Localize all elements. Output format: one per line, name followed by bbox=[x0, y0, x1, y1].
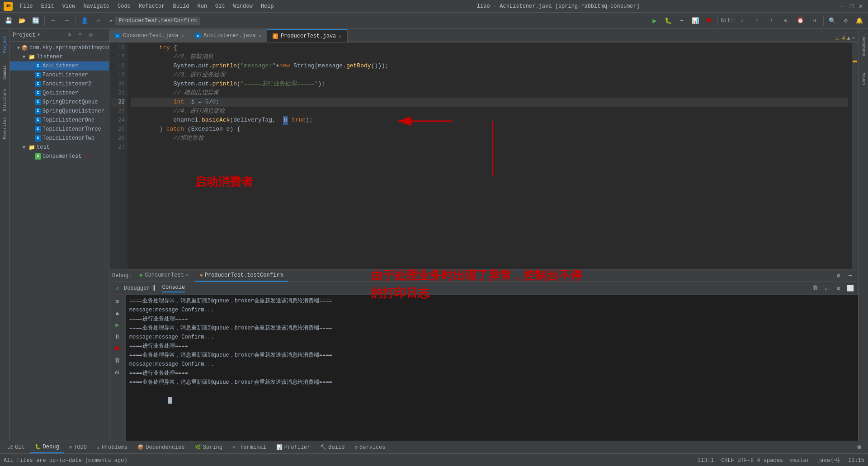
bottom-tab-terminal[interactable]: >_ Terminal bbox=[228, 442, 271, 453]
sidebar-stop-button[interactable]: ⏹ bbox=[113, 344, 123, 353]
tree-item-fanoutlistener[interactable]: C FanoutListener bbox=[10, 71, 109, 80]
bottom-tab-problems[interactable]: ⚠ Problems bbox=[92, 442, 132, 453]
tab-producertest-close[interactable]: ✕ bbox=[339, 33, 342, 39]
notifications-button[interactable]: 🔔 bbox=[854, 15, 865, 27]
expand-all-icon[interactable]: ⬢ bbox=[857, 444, 862, 450]
debugger-tab[interactable]: Debugger bbox=[124, 285, 150, 292]
tab-acklistener[interactable]: C AckListener.java ✕ bbox=[190, 29, 267, 42]
more-options-button[interactable]: ⋯ bbox=[852, 35, 855, 42]
project-dropdown-arrow[interactable]: ▼ bbox=[37, 33, 40, 38]
tab-consumertest[interactable]: C ConsumerTest.java ✕ bbox=[109, 29, 190, 42]
debug-rerun-button[interactable]: ↺ bbox=[112, 283, 122, 293]
tree-item-package[interactable]: ▼ 📦 com.sky.springrabbitmqconsumer bbox=[10, 43, 109, 52]
sidebar-scroll-up[interactable]: ▲ bbox=[113, 308, 123, 318]
panel-locate-button[interactable]: ⊕ bbox=[65, 31, 74, 40]
right-tab-database[interactable]: Database bbox=[859, 31, 868, 62]
tree-item-consumertest[interactable]: C ConsumerTest ← bbox=[10, 152, 109, 161]
git-refresh[interactable]: ↺ bbox=[809, 15, 821, 27]
menu-edit[interactable]: Edit bbox=[38, 2, 58, 10]
debug-wrap-button[interactable]: ↵ bbox=[822, 283, 832, 293]
bottom-tab-build[interactable]: 🔨 Build bbox=[316, 442, 349, 453]
menu-build[interactable]: Build bbox=[169, 2, 193, 10]
line-ending[interactable]: CRLF UTF-8 4 spaces bbox=[721, 457, 783, 464]
run-configuration[interactable]: ProducerTest.testConfirm bbox=[115, 17, 200, 25]
run-button[interactable]: ▶ bbox=[649, 15, 660, 27]
cursor-position[interactable]: 313:1 bbox=[698, 457, 714, 464]
panel-hide-button[interactable]: — bbox=[97, 31, 106, 40]
stop-button[interactable]: ⏹ bbox=[703, 15, 715, 27]
consumertest-session-close[interactable]: ✕ bbox=[186, 272, 189, 278]
tab-consumertest-close[interactable]: ✕ bbox=[181, 33, 184, 39]
bottom-tab-profiler[interactable]: 📊 Profiler bbox=[272, 442, 315, 453]
save-button[interactable]: 💾 bbox=[3, 15, 14, 27]
git-check2[interactable]: ✓ bbox=[751, 15, 763, 27]
debug-settings-button[interactable]: ⚙ bbox=[834, 271, 844, 281]
git-check1[interactable]: ✓ bbox=[736, 15, 748, 27]
debug-maximize-button[interactable]: ⬜ bbox=[845, 283, 855, 293]
console-output[interactable]: ====业务处理异常，消息重新回到queue，broker会重新发送该消息给消费… bbox=[126, 295, 858, 441]
bottom-tab-dependencies[interactable]: 📦 Dependencies bbox=[133, 442, 189, 453]
tree-item-springdirectqueue[interactable]: C SpringDirectQueue bbox=[10, 98, 109, 107]
tab-producertest[interactable]: C ProducerTest.java ✕ bbox=[267, 29, 348, 42]
user-button[interactable]: 👤 bbox=[79, 15, 90, 27]
sidebar-tab-commit[interactable]: Commit bbox=[1, 59, 9, 86]
tree-item-topiclistenerone[interactable]: C TopicListenerOne bbox=[10, 116, 109, 125]
tree-item-qoslistener[interactable]: C QosListener bbox=[10, 89, 109, 98]
sidebar-clear-btn[interactable]: 🗑 bbox=[113, 355, 123, 365]
menu-view[interactable]: View bbox=[59, 2, 79, 10]
tree-item-listener-folder[interactable]: ▼ 📁 listener bbox=[10, 52, 109, 61]
git-time[interactable]: ⏰ bbox=[794, 15, 806, 27]
bottom-tab-services[interactable]: ⚙ Services bbox=[350, 442, 390, 453]
maximize-button[interactable]: □ bbox=[848, 3, 855, 10]
debug-settings2-button[interactable]: ⚙ bbox=[834, 283, 844, 293]
open-button[interactable]: 📂 bbox=[16, 15, 28, 27]
console-tab[interactable]: ▌ bbox=[154, 285, 157, 292]
bottom-tab-todo[interactable]: ≡ TODO bbox=[65, 442, 91, 453]
coverage-button[interactable]: ☂ bbox=[676, 15, 688, 27]
panel-expand-button[interactable]: ≡ bbox=[75, 31, 85, 40]
back-button[interactable]: ← bbox=[47, 15, 59, 27]
menu-code[interactable]: Code bbox=[114, 2, 134, 10]
menu-refactor[interactable]: Refactor bbox=[135, 2, 169, 10]
bottom-tab-git[interactable]: ⎇ Git bbox=[3, 442, 29, 453]
menu-navigate[interactable]: Navigate bbox=[80, 2, 113, 10]
tree-item-springqueuelistener[interactable]: C SpringQueueListener bbox=[10, 107, 109, 116]
git-fetch[interactable]: ⊙ bbox=[780, 15, 792, 27]
sidebar-print-button[interactable]: 🖨 bbox=[113, 367, 123, 377]
menu-help[interactable]: Help bbox=[257, 2, 278, 10]
debug-session-producertest[interactable]: ◆ ProducerTest.testConfirm bbox=[195, 270, 288, 282]
tree-item-test-folder[interactable]: ▼ 📁 test bbox=[10, 143, 109, 152]
code-content[interactable]: try { //2、获取消息 System.out.println("messa… bbox=[127, 42, 852, 269]
sidebar-pause-button[interactable]: ⏸ bbox=[113, 332, 123, 342]
sidebar-settings-button[interactable]: ⚙ bbox=[113, 297, 123, 306]
debug-run-button[interactable]: 🐛 bbox=[662, 15, 674, 27]
sidebar-tab-project[interactable]: Project bbox=[1, 31, 9, 58]
debug-session-consumertest[interactable]: ▶ ConsumerTest ✕ bbox=[135, 270, 193, 282]
git-push[interactable]: ↑ bbox=[765, 15, 777, 27]
sync-button[interactable]: 🔄 bbox=[30, 15, 42, 27]
menu-git[interactable]: Git bbox=[212, 2, 229, 10]
close-button[interactable]: ✕ bbox=[857, 3, 864, 10]
search-button[interactable]: 🔍 bbox=[826, 15, 838, 27]
git-branch[interactable]: master bbox=[790, 457, 810, 464]
bottom-tab-spring[interactable]: 🌿 Spring bbox=[190, 442, 227, 453]
menu-file[interactable]: File bbox=[16, 2, 37, 10]
tree-item-fanoutlistener2[interactable]: C FanoutListener2 bbox=[10, 80, 109, 89]
menu-window[interactable]: Window bbox=[230, 2, 256, 10]
sidebar-play-button[interactable]: ▶ bbox=[113, 320, 123, 330]
expand-editor-button[interactable]: ▲ bbox=[847, 35, 850, 42]
bottom-tab-debug[interactable]: 🐛 Debug bbox=[30, 442, 64, 453]
tree-item-topiclistenerthree[interactable]: C TopicListenerThree bbox=[10, 125, 109, 134]
settings-button[interactable]: ⚙ bbox=[840, 15, 852, 27]
tree-item-topiclistenertwo[interactable]: C TopicListenerTwo bbox=[10, 134, 109, 143]
menu-run[interactable]: Run bbox=[193, 2, 211, 10]
sidebar-tab-favorites[interactable]: Favorites bbox=[1, 115, 9, 142]
sidebar-tab-structure[interactable]: Structure bbox=[1, 87, 9, 114]
panel-gear-button[interactable]: ⚙ bbox=[86, 31, 95, 40]
debug-clear-button[interactable]: 🗑 bbox=[810, 283, 820, 293]
tree-item-acklistener[interactable]: C AckListener bbox=[10, 61, 109, 71]
right-tab-maven[interactable]: Maven bbox=[859, 63, 868, 95]
profile-button[interactable]: 📊 bbox=[689, 15, 701, 27]
debug-hide-button[interactable]: — bbox=[845, 271, 855, 281]
tab-acklistener-close[interactable]: ✕ bbox=[258, 33, 261, 39]
